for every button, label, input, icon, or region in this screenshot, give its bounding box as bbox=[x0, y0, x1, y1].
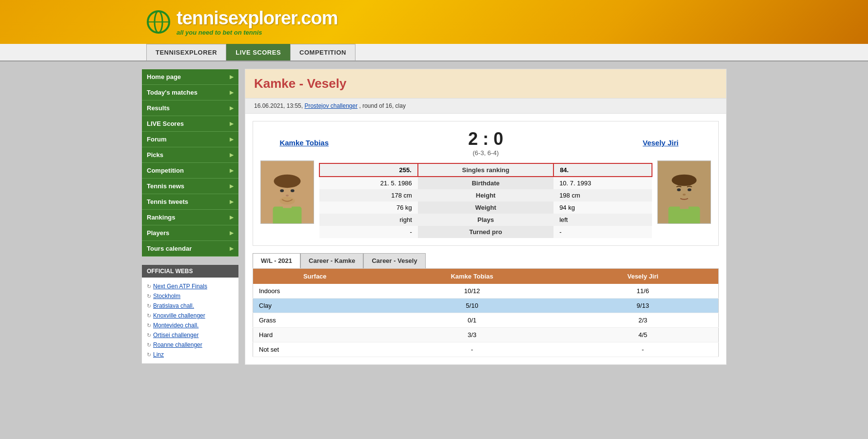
arrow-icon: ▶ bbox=[230, 105, 234, 111]
logo-explorer: explorer.com bbox=[228, 8, 338, 28]
match-title: Kamke - Vesely bbox=[254, 76, 717, 91]
official-webs-section: OFFICIAL WEBS ↻ Next Gen ATP Finals ↻ St… bbox=[141, 264, 239, 364]
logo-icon bbox=[146, 10, 171, 34]
stat-val1-plays: right bbox=[319, 214, 418, 226]
surface-grass: Grass bbox=[253, 313, 377, 328]
svg-point-10 bbox=[286, 195, 289, 197]
arrow-icon: ▶ bbox=[230, 230, 234, 236]
official-web-link-bratislava[interactable]: Bratislava chall. bbox=[153, 302, 194, 309]
arrow-icon: ▶ bbox=[230, 246, 234, 251]
sidebar: Home page ▶ Today's matches ▶ Results ▶ … bbox=[141, 69, 239, 365]
sidebar-item-home[interactable]: Home page ▶ bbox=[142, 69, 238, 85]
svg-point-7 bbox=[274, 175, 301, 188]
stat-val1-ranking: 255. bbox=[319, 163, 418, 177]
sidebar-item-live-scores[interactable]: LIVE Scores ▶ bbox=[142, 116, 238, 132]
tabs-section: W/L - 2021 Career - Kamke Career - Vesel… bbox=[253, 253, 719, 357]
svg-point-19 bbox=[683, 194, 686, 196]
nav-competition[interactable]: COMPETITION bbox=[290, 44, 355, 60]
nav-live-scores[interactable]: LIVE SCORES bbox=[226, 44, 290, 60]
surface-indoors: Indoors bbox=[253, 284, 377, 299]
list-item: ↻ Next Gen ATP Finals bbox=[147, 281, 234, 291]
surface-clay: Clay bbox=[253, 299, 377, 313]
table-row: Not set - - bbox=[253, 342, 719, 357]
arrow-icon: ▶ bbox=[230, 168, 234, 173]
tab-career-kamke[interactable]: Career - Kamke bbox=[300, 253, 363, 268]
sidebar-item-tours-calendar[interactable]: Tours calendar ▶ bbox=[142, 241, 238, 257]
main-layout: Home page ▶ Today's matches ▶ Results ▶ … bbox=[141, 61, 727, 370]
stat-label-birthdate: Birthdate bbox=[418, 177, 553, 189]
official-web-link-stockholm[interactable]: Stockholm bbox=[153, 293, 180, 299]
kamke-hard: 3/3 bbox=[376, 328, 567, 342]
kamke-clay: 5/10 bbox=[376, 299, 567, 313]
stats-row-height: 178 cm Height 198 cm bbox=[319, 189, 652, 201]
score-center: 2 : 0 (6-3, 6-4) bbox=[447, 129, 525, 157]
official-web-link-knoxville[interactable]: Knoxville challenger bbox=[153, 312, 205, 319]
col-header-kamke: Kamke Tobias bbox=[376, 269, 567, 284]
svg-point-16 bbox=[671, 175, 696, 186]
sidebar-item-competition[interactable]: Competition ▶ bbox=[142, 163, 238, 179]
external-link-icon: ↻ bbox=[147, 332, 151, 339]
sidebar-item-players[interactable]: Players ▶ bbox=[142, 225, 238, 241]
list-item: ↻ Linz bbox=[147, 350, 234, 359]
sidebar-item-results[interactable]: Results ▶ bbox=[142, 100, 238, 116]
sidebar-item-picks[interactable]: Picks ▶ bbox=[142, 147, 238, 163]
player2-name-link[interactable]: Vesely Jiri bbox=[643, 139, 678, 147]
player1-name-link[interactable]: Kamke Tobias bbox=[279, 139, 329, 147]
match-round: , round of 16, clay bbox=[359, 102, 406, 109]
stats-row-plays: right Plays left bbox=[319, 214, 652, 226]
official-web-link-ortisei[interactable]: Ortisei challenger bbox=[153, 332, 198, 339]
player1-photo bbox=[260, 160, 314, 224]
stat-val1-weight: 76 kg bbox=[319, 201, 418, 214]
arrow-icon: ▶ bbox=[230, 152, 234, 158]
arrow-icon: ▶ bbox=[230, 74, 234, 80]
kamke-grass: 0/1 bbox=[376, 313, 567, 328]
wl-results-table: Surface Kamke Tobias Vesely Jiri Indoors… bbox=[253, 268, 719, 357]
official-webs-list: ↻ Next Gen ATP Finals ↻ Stockholm ↻ Brat… bbox=[142, 278, 238, 363]
stat-val2-turnedpro: - bbox=[553, 226, 652, 238]
stats-row-birthdate: 21. 5. 1986 Birthdate 10. 7. 1993 bbox=[319, 177, 652, 189]
official-web-link-linz[interactable]: Linz bbox=[153, 351, 164, 358]
list-item: ↻ Ortisei challenger bbox=[147, 330, 234, 340]
nav-tennisexplorer[interactable]: TENNISEXPLORER bbox=[146, 44, 226, 60]
tabs-bar: W/L - 2021 Career - Kamke Career - Vesel… bbox=[253, 253, 719, 268]
sidebar-item-todays-matches[interactable]: Today's matches ▶ bbox=[142, 85, 238, 100]
arrow-icon: ▶ bbox=[230, 199, 234, 204]
logo[interactable]: tennisexplorer.com all you need to bet o… bbox=[146, 8, 337, 36]
stat-val2-plays: left bbox=[553, 214, 652, 226]
svg-rect-4 bbox=[273, 206, 302, 224]
logo-text: tennisexplorer.com all you need to bet o… bbox=[177, 8, 337, 36]
svg-point-17 bbox=[677, 188, 681, 191]
stat-label-weight: Weight bbox=[418, 201, 553, 214]
vesely-grass: 2/3 bbox=[568, 313, 719, 328]
match-date: 16.06.2021, 13:55, bbox=[254, 102, 303, 109]
tab-wl-2021[interactable]: W/L - 2021 bbox=[253, 253, 300, 268]
official-webs-title: OFFICIAL WEBS bbox=[142, 265, 238, 278]
sidebar-item-tennis-news[interactable]: Tennis news ▶ bbox=[142, 179, 238, 194]
arrow-icon: ▶ bbox=[230, 215, 234, 220]
sidebar-item-rankings[interactable]: Rankings ▶ bbox=[142, 210, 238, 225]
official-web-link-montevideo[interactable]: Montevideo chall. bbox=[153, 322, 198, 329]
list-item: ↻ Stockholm bbox=[147, 291, 234, 301]
stat-val2-ranking: 84. bbox=[553, 163, 652, 177]
stat-label-turnedpro: Turned pro bbox=[418, 226, 553, 238]
logo-tennis: tennis bbox=[177, 8, 228, 28]
vesely-indoors: 11/6 bbox=[568, 284, 719, 299]
stats-table: 255. Singles ranking 84. 21. 5. 1986 Bir… bbox=[319, 163, 652, 238]
external-link-icon: ↻ bbox=[147, 283, 151, 290]
tab-career-vesely[interactable]: Career - Vesely bbox=[363, 253, 425, 268]
logo-subtitle: all you need to bet on tennis bbox=[177, 29, 337, 36]
col-header-vesely: Vesely Jiri bbox=[568, 269, 719, 284]
table-row-clay: Clay 5/10 9/13 bbox=[253, 299, 719, 313]
arrow-icon: ▶ bbox=[230, 121, 234, 126]
surface-hard: Hard bbox=[253, 328, 377, 342]
kamke-indoors: 10/12 bbox=[376, 284, 567, 299]
tournament-link[interactable]: Prostejov challenger bbox=[304, 102, 357, 109]
official-web-link-roanne[interactable]: Roanne challenger bbox=[153, 341, 202, 348]
stats-row-ranking: 255. Singles ranking 84. bbox=[319, 163, 652, 177]
col-header-surface: Surface bbox=[253, 269, 377, 284]
sidebar-item-tennis-tweets[interactable]: Tennis tweets ▶ bbox=[142, 194, 238, 210]
table-row: Indoors 10/12 11/6 bbox=[253, 284, 719, 299]
sidebar-item-forum[interactable]: Forum ▶ bbox=[142, 132, 238, 147]
navbar: TENNISEXPLORER LIVE SCORES COMPETITION bbox=[0, 44, 868, 61]
official-web-link-nextgen[interactable]: Next Gen ATP Finals bbox=[153, 283, 207, 290]
